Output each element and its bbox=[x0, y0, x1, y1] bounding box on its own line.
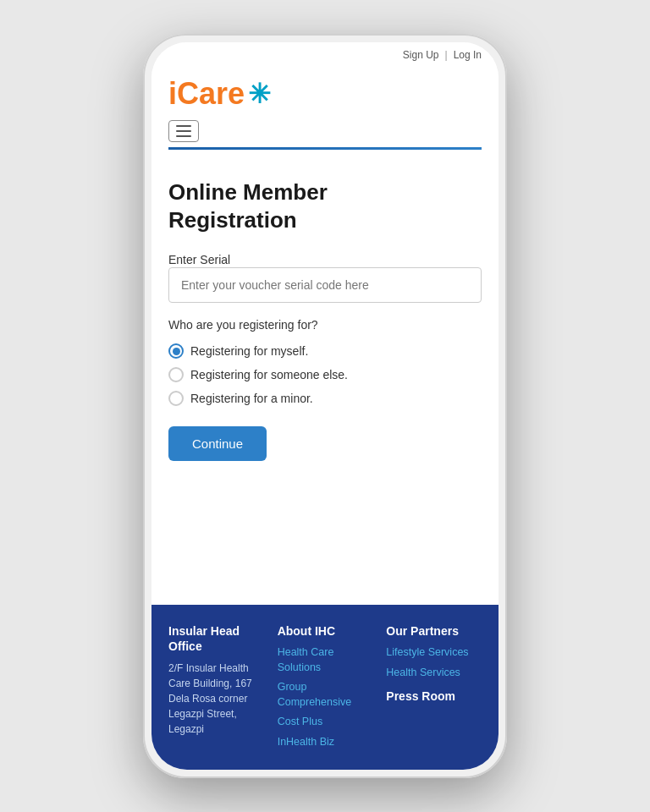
footer-col-1: Insular Head Office 2/F Insular Health C… bbox=[168, 623, 264, 754]
hamburger-button[interactable] bbox=[168, 120, 199, 142]
radio-option-myself[interactable]: Registering for myself. bbox=[168, 343, 482, 359]
register-question: Who are you registering for? bbox=[168, 318, 482, 332]
logo[interactable]: iCare ✳ bbox=[168, 76, 482, 112]
radio-group: Registering for myself. Registering for … bbox=[168, 343, 482, 406]
footer-col-3: Our Partners Lifestyle Services Health S… bbox=[386, 623, 482, 754]
radio-option-someone-else[interactable]: Registering for someone else. bbox=[168, 367, 482, 382]
sign-up-link[interactable]: Sign Up bbox=[403, 49, 439, 61]
footer-press-room-title: Press Room bbox=[386, 689, 482, 704]
radio-option-minor[interactable]: Registering for a minor. bbox=[168, 391, 482, 406]
logo-asterisk-icon: ✳ bbox=[248, 78, 271, 110]
footer-link-health-services[interactable]: Health Services bbox=[386, 666, 482, 681]
status-divider: | bbox=[445, 49, 448, 61]
footer-link-health-care-solutions[interactable]: Health Care Solutions bbox=[278, 645, 373, 675]
footer-col1-title: Insular Head Office bbox=[168, 623, 264, 654]
main-content: Online Member Registration Enter Serial … bbox=[151, 158, 499, 605]
footer-col-2: About IHC Health Care Solutions Group Co… bbox=[278, 623, 373, 754]
phone-frame: Sign Up | Log In iCare ✳ bbox=[143, 34, 507, 778]
radio-circle-someone-else bbox=[168, 367, 184, 382]
status-bar: Sign Up | Log In bbox=[151, 42, 499, 64]
footer-link-cost-plus[interactable]: Cost Plus bbox=[278, 715, 373, 730]
footer: Insular Head Office 2/F Insular Health C… bbox=[151, 605, 499, 770]
radio-label-myself: Registering for myself. bbox=[190, 344, 308, 358]
footer-col2-title: About IHC bbox=[278, 623, 373, 639]
footer-link-lifestyle-services[interactable]: Lifestyle Services bbox=[386, 645, 482, 661]
page-title: Online Member Registration bbox=[168, 178, 482, 233]
logo-text: iCare bbox=[168, 76, 245, 112]
phone-screen: Sign Up | Log In iCare ✳ bbox=[151, 42, 499, 770]
footer-col1-address: 2/F Insular Health Care Building, 167 De… bbox=[168, 661, 264, 737]
radio-circle-minor bbox=[168, 391, 184, 406]
serial-input[interactable] bbox=[168, 267, 482, 303]
hamburger-line-1 bbox=[176, 125, 191, 127]
serial-label: Enter Serial bbox=[168, 253, 230, 266]
header-divider bbox=[168, 147, 482, 150]
hamburger-line-3 bbox=[176, 135, 191, 137]
log-in-link[interactable]: Log In bbox=[454, 49, 482, 61]
hamburger-line-2 bbox=[176, 130, 191, 132]
footer-col3-title: Our Partners bbox=[386, 623, 482, 639]
continue-button[interactable]: Continue bbox=[168, 426, 267, 461]
radio-circle-myself bbox=[168, 343, 184, 359]
radio-label-someone-else: Registering for someone else. bbox=[190, 368, 348, 381]
nav-bar bbox=[168, 117, 482, 147]
header: iCare ✳ bbox=[151, 64, 499, 158]
footer-link-inhealth-biz[interactable]: InHealth Biz bbox=[278, 735, 373, 750]
footer-link-group-comprehensive[interactable]: Group Comprehensive bbox=[278, 680, 373, 710]
logo-area: iCare ✳ bbox=[168, 69, 482, 117]
radio-label-minor: Registering for a minor. bbox=[190, 392, 313, 405]
